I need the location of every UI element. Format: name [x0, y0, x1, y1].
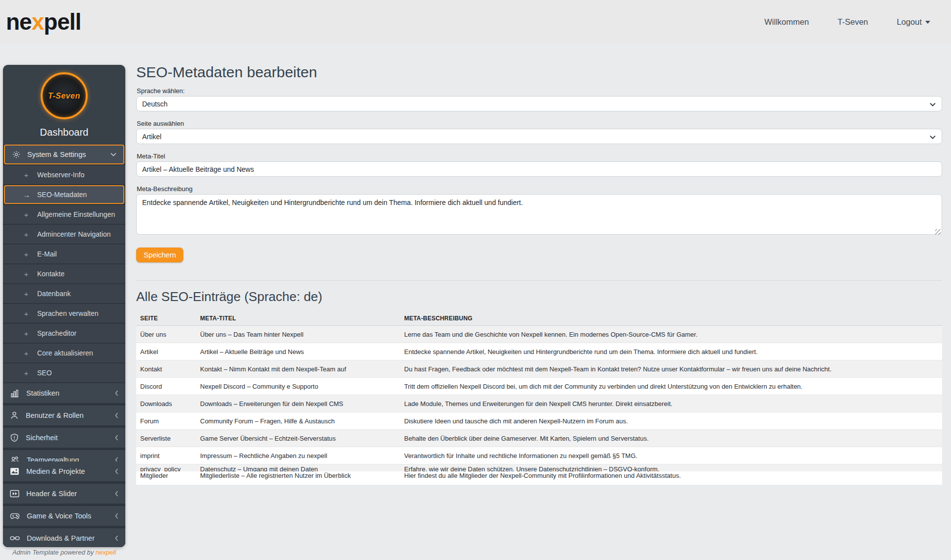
- sidebar-item-label: Allgemeine Einstellungen: [37, 210, 115, 218]
- top-nav: Willkommen T-Seven Logout: [764, 17, 951, 27]
- sidebar-item-seo[interactable]: +SEO: [3, 363, 125, 382]
- sidebar-item-label: SEO-Metadaten: [37, 191, 87, 199]
- table-row: ArtikelArtikel – Aktuelle Beiträge und N…: [136, 343, 942, 360]
- seo-entries-title: Alle SEO-Einträge (Sprache: de): [136, 289, 942, 305]
- sidebar-item-webserver-info[interactable]: +Webserver-Info: [3, 165, 125, 184]
- sidebar-item-email[interactable]: +E-Mail: [3, 245, 125, 263]
- sidebar-item-label: Sprachen verwalten: [37, 309, 99, 317]
- chevron-left-icon: [115, 468, 118, 474]
- dashboard-label: Dashboard: [3, 127, 125, 138]
- sidebar-item-game-voice-tools[interactable]: Game & Voice Tools: [3, 506, 125, 526]
- sidebar-menu: System & Settings +Webserver-Info →SEO-M…: [3, 145, 125, 547]
- meta-description-textarea[interactable]: Entdecke spannende Artikel, Neuigkeiten …: [136, 194, 942, 235]
- sidebar-item-label: Webserver-Info: [37, 171, 84, 179]
- table-header-row: SEITE META-TITEL META-BESCHREIBUNG: [136, 311, 942, 326]
- page-title: SEO-Metadaten bearbeiten: [136, 64, 942, 81]
- chevron-left-icon: [115, 435, 118, 441]
- sidebar-item-label: Benutzer & Rollen: [26, 411, 108, 419]
- sidebar-item-allgemeine-einstellungen[interactable]: +Allgemeine Einstellungen: [3, 205, 125, 224]
- sidebar-item-label: Kontakte: [37, 270, 64, 278]
- meta-title-input[interactable]: [136, 161, 942, 177]
- language-select[interactable]: Deutsch: [136, 96, 942, 111]
- plus-icon: +: [23, 309, 30, 318]
- table-row: DiscordNexpell Discord – Community e Sup…: [136, 378, 942, 395]
- sidebar-item-label: Datenbank: [37, 290, 71, 298]
- sidebar-item-label: System & Settings: [27, 151, 104, 158]
- sidebar-item-core-aktualisieren[interactable]: +Core aktualisieren: [3, 344, 125, 362]
- tseven-logo[interactable]: T-Seven: [41, 72, 88, 119]
- table-row: imprintImpressum – Rechtliche Angaben zu…: [136, 447, 942, 464]
- sidebar-item-label: Game & Voice Tools: [27, 512, 108, 520]
- sidebar-item-sicherheit[interactable]: Sicherheit: [3, 428, 125, 448]
- table-row: Über unsÜber uns – Das Team hinter Nexpe…: [136, 326, 942, 343]
- arrow-right-icon: →: [23, 191, 30, 199]
- plus-icon: +: [23, 230, 30, 239]
- nav-link-logout[interactable]: Logout: [897, 17, 930, 27]
- users-icon: [10, 456, 20, 461]
- sidebar-item-sprachen-verwalten[interactable]: +Sprachen verwalten: [3, 304, 125, 323]
- table-row: KontaktKontakt – Nimm Kontakt mit dem Ne…: [136, 360, 942, 378]
- plus-icon: +: [23, 210, 30, 219]
- sidebar-item-statistiken[interactable]: Statistiken: [3, 383, 125, 403]
- sidebar-item-label: Core aktualisieren: [37, 349, 93, 357]
- sidebar-item-downloads-partner[interactable]: Downloads & Partner: [3, 528, 125, 547]
- table-row: MitgliederMitgliederliste – Alle registr…: [136, 471, 942, 485]
- chevron-down-icon: [930, 135, 936, 139]
- plus-icon: +: [23, 329, 30, 338]
- plus-icon: +: [23, 250, 30, 258]
- page-select[interactable]: Artikel: [136, 129, 942, 144]
- meta-description-label: Meta-Beschreibung: [137, 185, 942, 193]
- gamepad-icon: [10, 512, 20, 520]
- sidebar-item-system-settings[interactable]: System & Settings: [4, 145, 124, 164]
- gear-icon: [12, 150, 21, 159]
- sidebar-item-label: Teamverwaltung: [27, 456, 108, 461]
- table-row: ServerlisteGame Server Übersicht – Echtz…: [136, 430, 942, 447]
- sidebar-item-admincenter-navigation[interactable]: +Admincenter Navigation: [3, 225, 125, 244]
- chevron-down-icon: [930, 102, 936, 106]
- page-select-value: Artikel: [142, 133, 161, 141]
- sidebar-item-kontakte[interactable]: +Kontakte: [3, 264, 125, 283]
- sidebar-item-label: Downloads & Partner: [27, 534, 108, 542]
- plus-icon: +: [23, 290, 30, 298]
- sidebar-item-label: Medien & Projekte: [26, 467, 108, 475]
- table-row: ForumCommunity Forum – Fragen, Hilfe & A…: [136, 412, 942, 430]
- sidebar-footer: Admin Template powered by nexpell: [3, 549, 125, 556]
- sidebar-item-medien-projekte[interactable]: Medien & Projekte: [3, 461, 125, 481]
- sidebar-item-label: SEO: [37, 369, 52, 377]
- chevron-left-icon: [115, 491, 118, 497]
- column-header-meta-beschreibung: META-BESCHREIBUNG: [400, 315, 942, 322]
- caret-down-icon: [925, 21, 930, 24]
- sidebar-item-label: Spracheditor: [37, 329, 76, 337]
- plus-icon: +: [23, 270, 30, 278]
- shield-icon: [10, 433, 19, 442]
- chevron-down-icon: [110, 153, 116, 156]
- plus-icon: +: [23, 369, 30, 377]
- seo-entries-table: SEITE META-TITEL META-BESCHREIBUNG Über …: [136, 311, 942, 485]
- sidebar-item-label: E-Mail: [37, 250, 57, 258]
- plus-icon: +: [23, 171, 30, 179]
- sidebar-item-seo-metadaten[interactable]: →SEO-Metadaten: [4, 185, 124, 204]
- tseven-logo-text: T-Seven: [48, 92, 80, 101]
- column-header-seite: SEITE: [136, 315, 196, 322]
- sidebar-item-teamverwaltung[interactable]: Teamverwaltung: [3, 450, 125, 461]
- chevron-left-icon: [115, 412, 118, 418]
- page-select-label: Seite auswählen: [137, 120, 942, 127]
- save-button[interactable]: Speichern: [136, 248, 183, 262]
- sidebar-item-spracheditor[interactable]: +Spracheditor: [3, 324, 125, 343]
- nav-link-tseven[interactable]: T-Seven: [838, 17, 868, 27]
- bar-chart-icon: [10, 389, 19, 398]
- top-header: nexpell Willkommen T-Seven Logout: [0, 0, 951, 44]
- language-label: Sprache wählen:: [137, 87, 942, 95]
- sidebar-item-datenbank[interactable]: +Datenbank: [3, 284, 125, 303]
- plus-icon: +: [23, 349, 30, 357]
- table-row: DownloadsDownloads – Erweiterungen für d…: [136, 395, 942, 412]
- user-icon: [10, 411, 19, 420]
- sidebar-item-header-slider[interactable]: Header & Slider: [3, 484, 125, 504]
- image-icon: [10, 467, 19, 475]
- nav-link-willkommen[interactable]: Willkommen: [764, 17, 809, 27]
- sidebar-item-benutzer-rollen[interactable]: Benutzer & Rollen: [3, 406, 125, 425]
- logo-text: pell: [44, 9, 81, 35]
- footer-brand-link[interactable]: nexpell: [96, 549, 116, 556]
- nexpell-logo[interactable]: nexpell: [6, 8, 81, 35]
- column-header-meta-titel: META-TITEL: [196, 315, 400, 322]
